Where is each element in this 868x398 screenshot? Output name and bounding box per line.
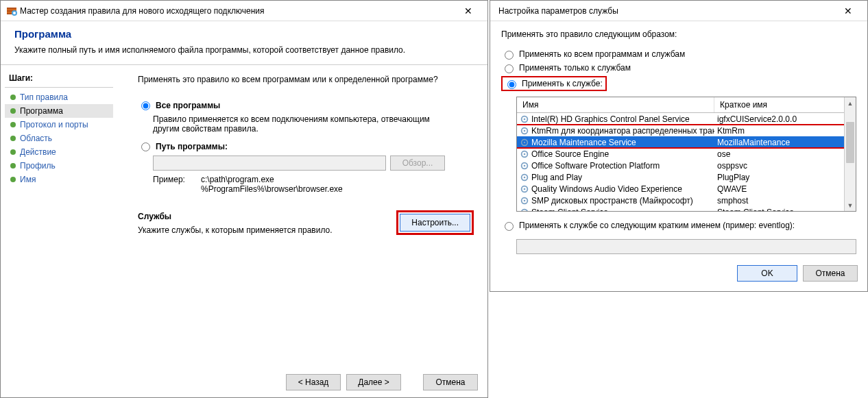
step-item[interactable]: Протокол и порты: [5, 118, 113, 132]
service-shortname: osppsvc: [714, 161, 856, 171]
gear-icon: [520, 161, 529, 171]
svg-point-19: [524, 188, 526, 190]
service-name: Office Software Protection Platform: [531, 161, 660, 171]
svg-point-9: [524, 129, 526, 132]
svg-point-5: [13, 12, 16, 14]
step-label: Профиль: [20, 161, 56, 171]
gear-icon: [520, 184, 529, 194]
radio-apply-all[interactable]: [505, 51, 514, 60]
col-name[interactable]: Имя: [517, 97, 714, 112]
service-shortname: ose: [714, 149, 856, 159]
step-label: Имя: [20, 175, 36, 184]
gear-icon: [520, 138, 529, 147]
wizard-window: Мастер создания правила для нового исход…: [0, 0, 488, 398]
step-label: Тип правила: [20, 92, 68, 102]
gear-icon: [520, 149, 529, 159]
services-list[interactable]: Intel(R) HD Graphics Control Panel Servi…: [517, 113, 856, 211]
gear-icon: [520, 208, 529, 212]
step-label: Действие: [20, 147, 56, 157]
scrollbar[interactable]: ▲ ▼: [844, 97, 856, 211]
bullet-icon: [10, 136, 16, 141]
service-name: Quality Windows Audio Video Experience: [531, 184, 682, 194]
close-button[interactable]: ✕: [834, 3, 862, 19]
gear-icon: [520, 114, 529, 124]
ok-button[interactable]: OK: [737, 265, 797, 282]
svg-point-13: [524, 153, 526, 155]
radio-all-programs[interactable]: [141, 101, 150, 110]
svg-point-21: [524, 199, 526, 201]
bullet-icon: [10, 177, 16, 182]
bullet-icon: [10, 108, 16, 114]
window-title: Мастер создания правила для нового исход…: [17, 6, 455, 16]
titlebar: Настройка параметров службы ✕: [490, 1, 867, 21]
service-shortname: Steam Client Service: [714, 208, 856, 212]
radio-program-path-label: Путь программы:: [156, 142, 228, 151]
gear-icon: [520, 173, 529, 182]
service-row[interactable]: Mozilla Maintenance ServiceMozillaMainte…: [517, 136, 856, 148]
highlight-configure: Настроить...: [396, 210, 474, 235]
cancel-button[interactable]: Отмена: [423, 374, 478, 390]
apply-intro: Применять это правило следующим образом:: [501, 29, 856, 39]
service-row[interactable]: SMP дисковых пространств (Майкрософт)smp…: [517, 195, 856, 206]
service-row[interactable]: Plug and PlayPlugPlay: [517, 171, 856, 183]
example-label: Пример:: [153, 175, 201, 194]
scope-question: Применять это правило ко всем программам…: [138, 75, 474, 84]
service-shortname: QWAVE: [714, 184, 856, 194]
program-path-input[interactable]: [153, 156, 386, 171]
col-shortname[interactable]: Краткое имя: [714, 97, 856, 112]
scroll-down-icon[interactable]: ▼: [845, 199, 856, 211]
service-row[interactable]: Steam Client ServiceSteam Client Service: [517, 206, 856, 211]
table-header: Имя Краткое имя: [517, 97, 856, 113]
bullet-icon: [10, 95, 16, 100]
step-item[interactable]: Имя: [5, 173, 113, 186]
svg-point-22: [522, 209, 528, 211]
step-item[interactable]: Профиль: [5, 159, 113, 173]
service-name: SMP дисковых пространств (Майкрософт): [531, 196, 693, 206]
back-button[interactable]: < Назад: [286, 374, 341, 390]
radio-apply-service-label: Применять к службе:: [522, 79, 603, 88]
step-item[interactable]: Действие: [5, 145, 113, 159]
example-text: c:\path\program.exe %ProgramFiles%\brows…: [201, 175, 343, 194]
page-subheading: Укажите полный путь и имя исполняемого ф…: [14, 45, 474, 55]
step-item[interactable]: Тип правила: [5, 90, 113, 104]
dialog-title: Настройка параметров службы: [496, 6, 834, 16]
step-label: Область: [20, 134, 52, 143]
service-row[interactable]: KtmRm для координатора распределенных тр…: [517, 125, 856, 136]
service-shortname: MozillaMaintenance: [714, 138, 856, 147]
configure-services-button[interactable]: Настроить...: [400, 214, 470, 232]
wizard-main: Применять это правило ко всем программам…: [117, 65, 487, 366]
radio-apply-service[interactable]: [507, 80, 516, 89]
radio-apply-services-only[interactable]: [505, 64, 514, 73]
radio-apply-all-label: Применять ко всем программам и службам: [519, 49, 685, 59]
service-settings-dialog: Настройка параметров службы ✕ Применять …: [490, 0, 868, 292]
service-name: Office Source Engine: [531, 149, 609, 159]
service-name: KtmRm для координатора распределенных тр…: [531, 126, 714, 136]
all-programs-desc: Правило применяется ко всем подключениям…: [153, 114, 448, 134]
service-row[interactable]: Office Source Engineose: [517, 148, 856, 160]
next-button[interactable]: Далее >: [346, 374, 401, 390]
svg-point-7: [524, 118, 526, 120]
scroll-up-icon[interactable]: ▲: [845, 97, 856, 109]
cancel-button[interactable]: Отмена: [803, 265, 858, 282]
highlight-apply-service: Применять к службе:: [501, 76, 607, 91]
service-row[interactable]: Intel(R) HD Graphics Control Panel Servi…: [517, 113, 856, 125]
scroll-thumb[interactable]: [846, 122, 854, 163]
radio-apply-shortname-label: Применять к службе со следующим кратким …: [519, 221, 795, 230]
service-row[interactable]: Quality Windows Audio Video ExperienceQW…: [517, 183, 856, 195]
steps-sidebar: Шаги: Тип правилаПрограммаПротокол и пор…: [1, 65, 117, 366]
service-row[interactable]: Office Software Protection Platformospps…: [517, 160, 856, 171]
page-heading: Программа: [14, 28, 474, 40]
radio-apply-services-only-label: Применять только к службам: [519, 63, 631, 73]
step-item[interactable]: Программа: [5, 104, 113, 118]
step-item[interactable]: Область: [5, 132, 113, 145]
browse-button[interactable]: Обзор...: [390, 156, 445, 171]
svg-rect-1: [7, 8, 16, 9]
close-button[interactable]: ✕: [455, 3, 482, 19]
service-name: Plug and Play: [531, 173, 582, 182]
radio-program-path[interactable]: [141, 142, 150, 151]
titlebar: Мастер создания правила для нового исход…: [1, 1, 487, 21]
radio-apply-shortname[interactable]: [505, 222, 514, 231]
services-table: Имя Краткое имя Intel(R) HD Graphics Con…: [516, 97, 856, 212]
bullet-icon: [10, 149, 16, 155]
shortname-input[interactable]: [516, 239, 856, 254]
